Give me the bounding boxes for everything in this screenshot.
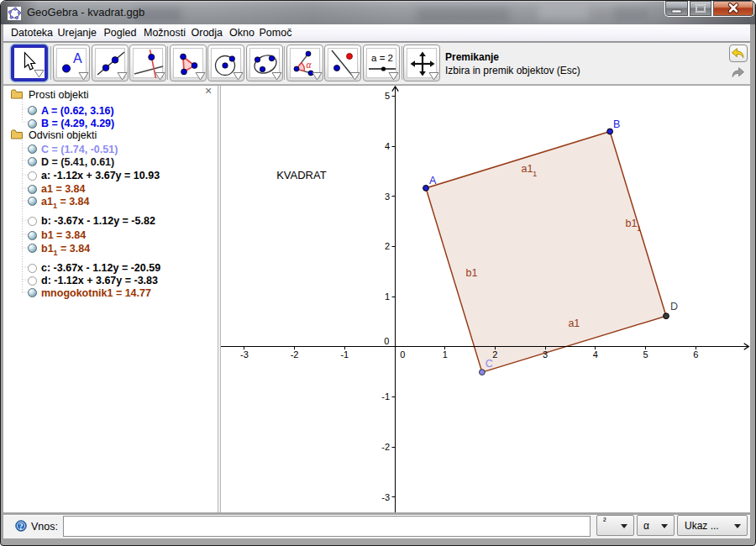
svg-text:KVADRAT: KVADRAT xyxy=(276,169,327,181)
svg-text:1: 1 xyxy=(533,169,537,178)
svg-text:5: 5 xyxy=(643,349,648,360)
svg-text:0: 0 xyxy=(384,336,389,346)
svg-text:4: 4 xyxy=(385,141,390,151)
svg-text:-2: -2 xyxy=(291,349,299,360)
svg-text:?: ? xyxy=(19,522,24,531)
svg-text:-3: -3 xyxy=(240,349,249,360)
svg-text:6: 6 xyxy=(693,349,698,360)
svg-text:a = 2: a = 2 xyxy=(371,53,393,63)
svg-text:a1: a1 xyxy=(522,163,533,175)
svg-text:1: 1 xyxy=(637,223,641,233)
svg-text:2: 2 xyxy=(492,349,497,360)
svg-text:C: C xyxy=(486,358,493,370)
svg-text:2: 2 xyxy=(385,241,390,251)
svg-text:-2: -2 xyxy=(381,442,390,452)
svg-text:5: 5 xyxy=(385,91,390,101)
svg-text:A: A xyxy=(73,51,82,66)
svg-text:4: 4 xyxy=(593,349,598,360)
svg-text:α: α xyxy=(306,60,312,70)
svg-text:3: 3 xyxy=(385,192,390,202)
svg-text:b1: b1 xyxy=(466,267,478,279)
svg-text:1: 1 xyxy=(443,349,448,360)
svg-text:B: B xyxy=(613,118,620,130)
svg-text:1: 1 xyxy=(385,291,390,302)
svg-text:3: 3 xyxy=(543,349,548,360)
svg-text:b1: b1 xyxy=(626,218,638,229)
svg-text:A: A xyxy=(429,175,437,186)
svg-text:a1: a1 xyxy=(568,318,580,329)
svg-text:-1: -1 xyxy=(340,349,349,360)
svg-text:D: D xyxy=(670,301,678,312)
svg-text:-3: -3 xyxy=(381,492,390,502)
svg-text:0: 0 xyxy=(400,349,405,360)
svg-text:-1: -1 xyxy=(381,391,390,402)
